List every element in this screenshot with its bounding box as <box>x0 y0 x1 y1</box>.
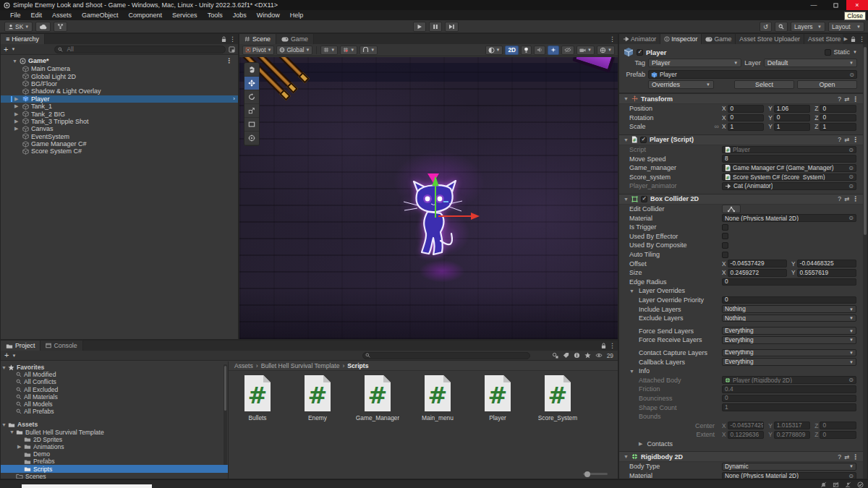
edit-collider-button[interactable] <box>722 205 741 213</box>
foldout-caret-icon[interactable]: ▼ <box>629 288 634 294</box>
window-close-button[interactable]: × <box>846 0 868 10</box>
component-menu-icon[interactable]: ⋮ <box>852 195 859 202</box>
layer-dropdown[interactable]: Default▼ <box>764 59 857 67</box>
object-picker-icon[interactable]: ⊙ <box>848 183 854 189</box>
gameobject-enabled-checkbox[interactable] <box>637 49 643 56</box>
material-object-field[interactable]: None (Physics Material 2D)⊙ <box>722 214 856 222</box>
project-tree-item-animations[interactable]: ▶Animations <box>1 443 228 450</box>
x-value-field[interactable]: -0.04537429 <box>728 421 765 429</box>
help-icon[interactable]: ? <box>838 453 841 461</box>
step-button[interactable] <box>445 22 459 32</box>
prefab-object-field[interactable]: Player ⊙ <box>648 70 857 79</box>
menu-jobs[interactable]: Jobs <box>228 10 252 20</box>
menu-edit[interactable]: Edit <box>26 10 48 20</box>
z-value-field[interactable]: 0 <box>820 421 856 429</box>
property-contacts[interactable]: ▶Contacts <box>619 440 863 449</box>
hierarchy-item-player[interactable]: ▶Player› <box>1 95 238 103</box>
expand-arrow-icon[interactable]: ▶ <box>14 103 18 109</box>
edge-radius-input[interactable]: 0 <box>722 278 856 286</box>
object-picker-icon[interactable]: ⊙ <box>848 215 854 221</box>
component-menu-icon[interactable]: ⋮ <box>852 453 859 461</box>
static-checkbox[interactable] <box>825 49 831 56</box>
account-button[interactable]: SK ▼ <box>4 22 33 32</box>
hierarchy-item-bg-floor[interactable]: BG/Floor <box>1 80 238 87</box>
hierarchy-menu-icon[interactable]: ⋮ <box>229 35 236 43</box>
gizmos-button[interactable]: ▼ <box>597 46 615 55</box>
lock-icon[interactable] <box>601 343 606 349</box>
shape-count-input[interactable]: 1 <box>722 403 856 411</box>
hierarchy-item-canvas[interactable]: ▶Canvas <box>1 125 238 132</box>
force-receive-layers-dropdown[interactable]: Everything▼ <box>722 336 856 344</box>
used-by-effector-checkbox[interactable] <box>722 233 728 239</box>
project-tree-item-prefabs[interactable]: Prefabs <box>1 458 228 465</box>
foldout-caret-icon[interactable]: ▼ <box>624 197 629 202</box>
hierarchy-item-tank-1[interactable]: ▶Tank_1 <box>1 103 238 110</box>
hierarchy-scene-header[interactable]: ▼Game*⋮ <box>1 56 238 65</box>
player-animator-object-field[interactable]: Cat (Animator)⊙ <box>722 182 856 190</box>
layer-override-priority-input[interactable]: 0 <box>722 296 856 304</box>
pause-button[interactable] <box>429 22 442 32</box>
exclude-layers-dropdown[interactable]: Nothing▼ <box>722 314 856 322</box>
tab-inspector[interactable]: Inspector <box>660 34 702 44</box>
project-menu-icon[interactable]: ⋮ <box>609 342 616 349</box>
presets-icon[interactable]: ⇄ <box>844 95 849 103</box>
project-tree-item-all-materials[interactable]: All Materials <box>1 393 228 401</box>
y-value-field[interactable]: -0.04468325 <box>797 260 856 267</box>
project-tree-item-all-conflicts[interactable]: All Conflicts <box>1 378 228 385</box>
tag-dropdown[interactable]: Player▼ <box>648 59 741 67</box>
object-picker-icon[interactable]: ⊙ <box>848 174 854 180</box>
x-value-field[interactable]: 0 <box>728 105 765 113</box>
transform-tool-button[interactable] <box>244 132 259 145</box>
component-header-box-collider-2d[interactable]: ▼Box Collider 2D?⇄⋮ <box>619 194 863 205</box>
foldout-caret-icon[interactable]: ▼ <box>12 59 17 64</box>
breadcrumb-scripts[interactable]: Scripts <box>347 362 368 369</box>
script-object-field[interactable]: #Player⊙ <box>722 146 856 154</box>
tab-scene[interactable]: Scene <box>239 34 276 44</box>
lock-icon[interactable] <box>221 36 226 43</box>
breadcrumb-assets[interactable]: Assets <box>234 362 253 369</box>
property-info[interactable]: ▼Info <box>619 367 863 376</box>
project-tree-item-favorites[interactable]: ▼Favorites <box>1 364 228 371</box>
scene-viewport[interactable] <box>239 57 618 339</box>
hierarchy-item-score-system-c[interactable]: Score System C# <box>1 147 238 155</box>
cloud-button[interactable] <box>35 22 51 32</box>
asset-enemy[interactable]: #Enemy <box>296 374 339 421</box>
foldout-caret-icon[interactable]: ▶ <box>639 441 642 447</box>
menu-assets[interactable]: Assets <box>47 10 77 20</box>
static-caret-icon[interactable]: ▼ <box>853 50 857 54</box>
scene-light-button[interactable] <box>521 46 532 55</box>
hierarchy-item-main-camera[interactable]: Main Camera <box>1 65 238 72</box>
tab-asset-store-uploader[interactable]: Asset Store Uploader <box>736 34 804 44</box>
layers-dropdown[interactable]: Layers▼ <box>791 22 825 32</box>
project-tree-item-2d-sprites[interactable]: 2D Sprites <box>1 436 228 443</box>
scene-menu-icon[interactable]: ⋮ <box>609 35 616 43</box>
visibility-off-button[interactable] <box>561 46 574 55</box>
tab-game[interactable]: Game <box>702 34 736 44</box>
scene-menu-icon[interactable]: ⋮ <box>226 57 232 64</box>
expand-arrow-icon[interactable]: ▶ <box>14 96 18 102</box>
z-value-field[interactable]: 0 <box>820 114 856 122</box>
component-enabled-checkbox[interactable] <box>640 137 647 143</box>
help-icon[interactable]: ? <box>838 95 841 103</box>
project-search[interactable] <box>362 352 530 359</box>
version-control-button[interactable] <box>54 22 67 32</box>
force-send-layers-dropdown[interactable]: Everything▼ <box>722 327 856 335</box>
inspector-menu-icon[interactable]: ⋮ <box>859 35 865 43</box>
expand-arrow-icon[interactable]: ▶ <box>14 126 18 132</box>
breadcrumb-bullet-hell-survival-template[interactable]: Bullet Hell Survival Template <box>261 362 340 369</box>
pivot-dropdown[interactable]: Pivot ▼ <box>242 46 274 55</box>
y-value-field[interactable]: 1 <box>774 123 811 131</box>
add-object-button[interactable]: + <box>4 46 8 53</box>
add-asset-caret-icon[interactable]: ▼ <box>12 354 16 358</box>
hierarchy-search-input[interactable] <box>65 45 222 53</box>
y-value-field[interactable]: 0 <box>774 114 811 122</box>
asset-bullets[interactable]: #Bullets <box>236 374 279 421</box>
hierarchy-item-eventsystem[interactable]: EventSystem <box>1 133 238 140</box>
attached-body-object-field[interactable]: Player (Rigidbody 2D)⊙ <box>722 376 856 384</box>
z-value-field[interactable]: 0 <box>820 105 856 113</box>
object-picker-icon[interactable]: ⊙ <box>849 72 854 78</box>
z-value-field[interactable]: 1 <box>820 123 856 131</box>
menu-gameobject[interactable]: GameObject <box>77 10 124 20</box>
hand-tool-button[interactable] <box>244 63 259 77</box>
global-dropdown[interactable]: Global ▼ <box>276 46 312 55</box>
